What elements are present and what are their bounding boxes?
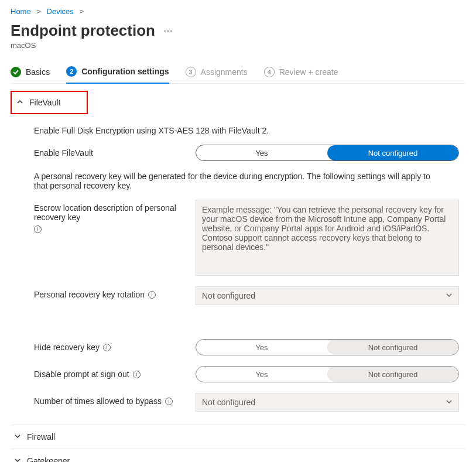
chevron-down-icon [446, 292, 453, 300]
toggle-option-yes[interactable]: Yes [196, 367, 327, 382]
step-assignments[interactable]: 3 Assignments [186, 67, 248, 83]
step-number-icon: 2 [66, 66, 77, 77]
step-label: Review + create [279, 67, 338, 77]
toggle-option-not-configured[interactable]: Not configured [327, 340, 458, 355]
info-icon[interactable]: i [133, 371, 141, 378]
bypass-label: Number of times allowed to bypass i [34, 393, 186, 406]
page-subtitle: macOS [11, 41, 465, 50]
toggle-option-yes[interactable]: Yes [196, 145, 327, 160]
step-basics[interactable]: Basics [11, 67, 50, 83]
info-icon[interactable]: i [103, 344, 111, 351]
section-filevault-header[interactable]: FileVault [11, 91, 88, 114]
section-gatekeeper-header[interactable]: Gatekeeper [11, 449, 465, 462]
rotation-dropdown[interactable]: Not configured [196, 286, 459, 305]
chevron-right-icon: > [36, 7, 41, 16]
hide-recovery-key-toggle[interactable]: Yes Not configured [196, 339, 459, 355]
step-label: Configuration settings [81, 67, 169, 76]
section-title: FileVault [29, 98, 60, 107]
enable-filevault-label: Enable FileVault [34, 145, 186, 158]
check-icon [11, 67, 21, 77]
bypass-dropdown[interactable]: Not configured [196, 393, 459, 412]
step-label: Basics [26, 67, 50, 77]
step-number-icon: 4 [264, 67, 275, 77]
chevron-down-icon [446, 398, 453, 407]
escrow-location-textarea[interactable] [196, 200, 459, 276]
info-icon[interactable]: i [165, 398, 173, 405]
disable-prompt-toggle[interactable]: Yes Not configured [196, 366, 459, 382]
toggle-option-yes[interactable]: Yes [196, 340, 327, 355]
enable-filevault-toggle[interactable]: Yes Not configured [196, 145, 459, 161]
breadcrumb-home[interactable]: Home [11, 7, 31, 16]
step-number-icon: 3 [186, 67, 196, 77]
disable-prompt-label: Disable prompt at sign out i [34, 366, 186, 379]
section-title: Gatekeeper [27, 456, 70, 462]
escrow-location-label: Escrow location description of personal … [34, 200, 186, 233]
rotation-label: Personal recovery key rotation i [34, 286, 186, 299]
chevron-down-icon [14, 456, 21, 462]
wizard-steps: Basics 2 Configuration settings 3 Assign… [11, 66, 465, 84]
breadcrumb-devices[interactable]: Devices [47, 7, 74, 16]
section-firewall-header[interactable]: Firewall [11, 425, 465, 449]
page-title: Endpoint protection [11, 22, 155, 40]
recovery-key-intro-text: A personal recovery key will be generate… [34, 172, 444, 190]
toggle-option-not-configured[interactable]: Not configured [327, 145, 458, 160]
toggle-option-not-configured[interactable]: Not configured [327, 367, 458, 382]
section-title: Firewall [27, 432, 55, 442]
filevault-intro-text: Enable Full Disk Encryption using XTS-AE… [34, 126, 465, 135]
section-filevault-body: Enable Full Disk Encryption using XTS-AE… [11, 118, 465, 425]
info-icon[interactable]: i [148, 291, 156, 299]
more-icon[interactable]: ⋯ [163, 25, 174, 36]
chevron-up-icon [16, 98, 23, 107]
chevron-down-icon [14, 432, 21, 442]
breadcrumb: Home > Devices > [11, 5, 465, 22]
step-configuration-settings[interactable]: 2 Configuration settings [66, 66, 169, 84]
step-review-create[interactable]: 4 Review + create [264, 67, 338, 83]
hide-recovery-key-label: Hide recovery key i [34, 339, 186, 352]
info-icon[interactable]: i [34, 225, 42, 233]
chevron-right-icon: > [79, 7, 84, 16]
dropdown-value: Not configured [202, 398, 255, 407]
dropdown-value: Not configured [202, 291, 255, 300]
step-label: Assignments [201, 67, 248, 77]
